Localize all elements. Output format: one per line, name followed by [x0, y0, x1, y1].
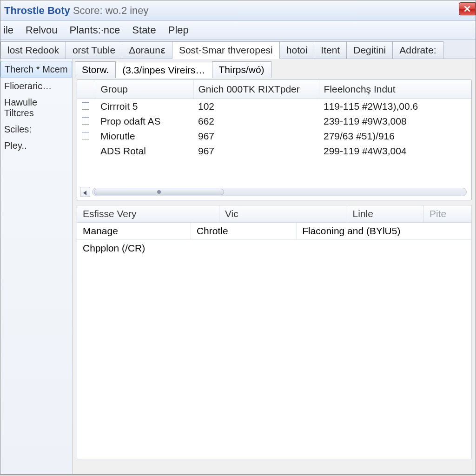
subtab-inpes[interactable]: (3.3/inpes Vireirs… [115, 62, 212, 78]
cell-col2: 662 [193, 114, 319, 129]
main-tabstrip: lost Redook orst Tuble Δoraunɛ Sost-Smar… [0, 40, 476, 59]
table-header-row: Group Gnich 000TK RIXTpder Fleelonchş In… [77, 80, 471, 99]
sidebar-item-therch[interactable]: Therch * Mcem [0, 61, 72, 78]
lh-pite[interactable]: Pite [424, 205, 471, 222]
tab-redook[interactable]: lost Redook [0, 41, 66, 59]
menu-file[interactable]: ile [3, 24, 13, 36]
subtab-thirps[interactable]: Thirps/wó) [212, 61, 271, 78]
lc-manage: Manage [77, 223, 191, 239]
cell-group: Cirrroit 5 [96, 99, 193, 114]
close-icon [464, 4, 470, 14]
scroll-left-button[interactable] [80, 187, 90, 197]
sidebar: Therch * Mcem Flioeraric… Hawulle Tiltcr… [0, 59, 73, 474]
sidebar-item-pley[interactable]: Pley.. [0, 138, 72, 154]
col-fleel[interactable]: Fleelonchş Indut [319, 80, 471, 99]
table-row[interactable]: ADS Rotal 967 299-119 #4W3,004 [77, 144, 471, 159]
tab-hotoi[interactable]: hotoi [279, 41, 315, 59]
tab-degitini[interactable]: Degitini [346, 41, 393, 59]
cell-group: Prop odaft AS [96, 114, 193, 129]
data-table: Group Gnich 000TK RIXTpder Fleelonchş In… [77, 80, 471, 159]
lower-panel: Manage Chrotle Flaconing and (BYlU5) Chp… [77, 222, 472, 459]
main-panel: Storw. (3.3/inpes Vireirs… Thirps/wó) Gr… [73, 59, 476, 474]
tab-addrate[interactable]: Addrate: [392, 41, 443, 59]
tab-itent[interactable]: Itent [314, 41, 347, 59]
col-group[interactable]: Group [96, 80, 193, 99]
lower-row[interactable]: Manage Chrotle Flaconing and (BYlU5) [77, 223, 471, 240]
sidebar-item-hawulle[interactable]: Hawulle Tiltcres [0, 94, 72, 121]
scroll-thumb[interactable] [94, 189, 224, 195]
lower-headers: Esfisse Very Vic Linle Pite [77, 205, 472, 222]
cell-group: Miorutle [96, 129, 193, 144]
close-button[interactable] [459, 2, 476, 15]
table-row[interactable]: Prop odaft AS 662 239-119 #9W3,008 [77, 114, 471, 129]
scroll-track[interactable] [92, 188, 467, 196]
menu-plep[interactable]: Plep [168, 24, 189, 36]
row-checkbox[interactable] [82, 117, 89, 125]
sidebar-item-sciles[interactable]: Sciles: [0, 121, 72, 138]
app-window: Throstle Boty Score: wo.2 iney ile Relvo… [0, 0, 476, 475]
subtabstrip: Storw. (3.3/inpes Vireirs… Thirps/wó) [73, 59, 476, 78]
cell-col2: 967 [193, 144, 319, 159]
grip-icon [157, 190, 161, 194]
col-check[interactable] [77, 80, 96, 99]
cell-col3: 299-119 #4W3,004 [319, 144, 471, 159]
table-row[interactable]: Miorutle 967 279/63 #51)/916 [77, 129, 471, 144]
cell-col3: 239-119 #9W3,008 [319, 114, 471, 129]
window-title: Throstle Boty Score: wo.2 iney [4, 5, 149, 17]
lh-vic[interactable]: Vic [219, 205, 347, 222]
body: Therch * Mcem Flioeraric… Hawulle Tiltcr… [0, 59, 476, 474]
menu-relvou[interactable]: Relvou [26, 24, 57, 36]
table-body: Cirrroit 5 102 119-115 #2W13),00.6 Prop … [77, 99, 471, 159]
cell-col3: 279/63 #51)/916 [319, 129, 471, 144]
menu-plants[interactable]: Plants:·nce [70, 24, 120, 36]
col-gnich[interactable]: Gnich 000TK RIXTpder [193, 80, 319, 99]
cell-col2: 967 [193, 129, 319, 144]
tab-doraune[interactable]: Δoraunɛ [122, 41, 172, 59]
lh-linle[interactable]: Linle [347, 205, 424, 222]
cell-col3: 119-115 #2W13),00.6 [319, 99, 471, 114]
subtab-storw[interactable]: Storw. [75, 61, 116, 78]
sidebar-item-flioeraric[interactable]: Flioeraric… [0, 78, 72, 94]
triangle-left-icon [83, 187, 87, 198]
tab-sost-smar[interactable]: Sost-Smar thveropesi [172, 41, 280, 59]
lc-chrotle: Chrotle [191, 223, 297, 239]
titlebar: Throstle Boty Score: wo.2 iney [0, 0, 476, 21]
lh-esfisse[interactable]: Esfisse Very [77, 205, 219, 222]
lc-flacon: Flaconing and (BYlU5) [297, 223, 471, 239]
app-name: Throstle Boty [4, 5, 70, 16]
menubar: ile Relvou Plants:·nce State Plep [0, 21, 476, 40]
row-checkbox[interactable] [82, 132, 89, 139]
lower-detail: Chpplon (/CR) [77, 240, 471, 257]
cell-group: ADS Rotal [96, 144, 193, 159]
menu-state[interactable]: State [132, 24, 156, 36]
cell-col2: 102 [193, 99, 319, 114]
title-sub: Score: [73, 5, 103, 16]
title-suffix: wo.2 iney [106, 5, 149, 16]
table-row[interactable]: Cirrroit 5 102 119-115 #2W13),00.6 [77, 99, 471, 114]
row-checkbox[interactable] [82, 102, 89, 110]
hscrollbar[interactable] [80, 187, 469, 197]
table-wrap: Group Gnich 000TK RIXTpder Fleelonchş In… [77, 79, 472, 200]
tab-tuble[interactable]: orst Tuble [66, 41, 122, 59]
